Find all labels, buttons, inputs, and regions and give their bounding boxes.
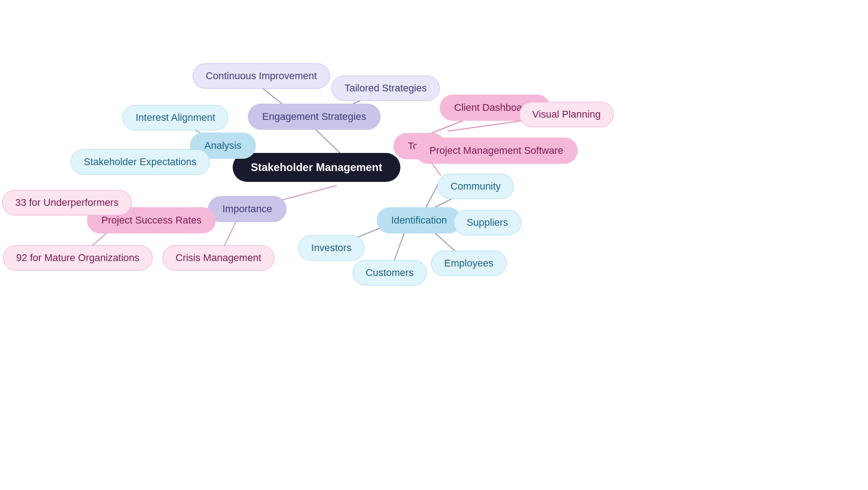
identification-node[interactable]: Identification bbox=[377, 207, 462, 233]
interest-alignment-node[interactable]: Interest Alignment bbox=[123, 105, 228, 130]
employees-node[interactable]: Employees bbox=[431, 251, 507, 276]
tailored-strategies-node[interactable]: Tailored Strategies bbox=[331, 76, 440, 101]
customers-node[interactable]: Customers bbox=[353, 260, 427, 285]
visual-planning-node[interactable]: Visual Planning bbox=[519, 102, 613, 127]
investors-node[interactable]: Investors bbox=[298, 235, 364, 261]
project-mgmt-software-node[interactable]: Project Management Software bbox=[415, 138, 578, 164]
suppliers-node[interactable]: Suppliers bbox=[453, 210, 521, 235]
center-node[interactable]: Stakeholder Management bbox=[233, 153, 401, 182]
community-node[interactable]: Community bbox=[437, 174, 514, 199]
92-mature-node[interactable]: 92 for Mature Organizations bbox=[3, 245, 153, 271]
engagement-strategies-node[interactable]: Engagement Strategies bbox=[248, 104, 381, 130]
importance-node[interactable]: Importance bbox=[208, 196, 287, 222]
stakeholder-expectations-node[interactable]: Stakeholder Expectations bbox=[71, 149, 210, 175]
crisis-management-node[interactable]: Crisis Management bbox=[162, 245, 274, 271]
continuous-improvement-node[interactable]: Continuous Improvement bbox=[193, 63, 330, 89]
33-underperformers-node[interactable]: 33 for Underperformers bbox=[2, 190, 132, 215]
